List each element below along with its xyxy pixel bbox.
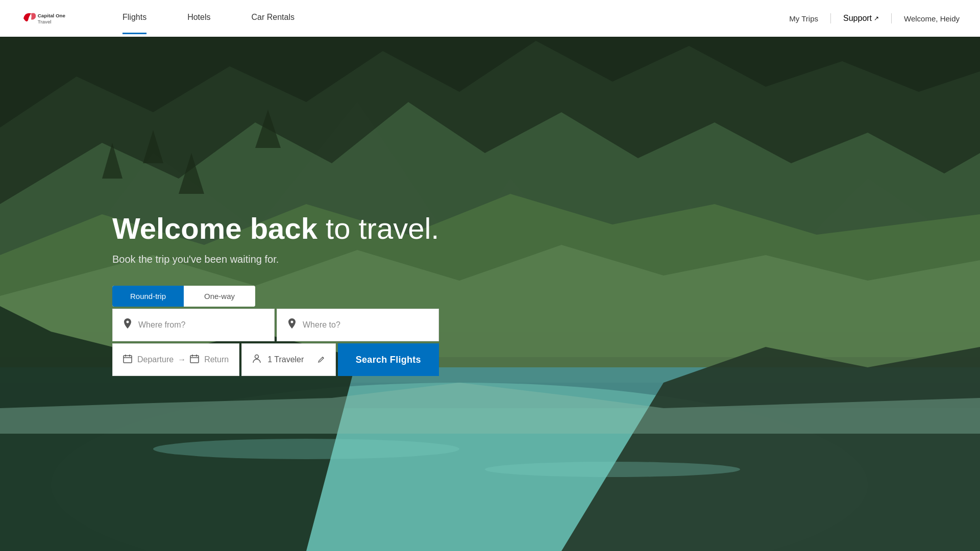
hero-title-rest: to travel.: [317, 212, 439, 245]
return-calendar-icon: [190, 354, 199, 365]
one-way-button[interactable]: One-way: [184, 286, 255, 307]
edit-icon: [318, 356, 325, 364]
location-from-icon: [123, 318, 132, 332]
hero-content: Welcome back to travel. Book the trip yo…: [0, 37, 980, 551]
hero-title: Welcome back to travel.: [112, 212, 980, 246]
where-from-input[interactable]: [138, 320, 264, 330]
travelers-label: 1 Traveler: [267, 355, 311, 364]
logo[interactable]: Capital One Travel: [20, 6, 82, 31]
return-label: Return: [204, 355, 229, 364]
search-form: Departure → Return: [112, 309, 439, 376]
header-divider: [830, 13, 831, 23]
round-trip-button[interactable]: Round-trip: [112, 286, 184, 307]
location-row: [112, 309, 439, 341]
nav-flights[interactable]: Flights: [122, 13, 146, 24]
support-icon: ↗: [874, 15, 879, 22]
trip-type-selector: Round-trip One-way: [112, 286, 255, 307]
svg-point-29: [255, 355, 259, 359]
where-from-group[interactable]: [112, 309, 275, 341]
travelers-group[interactable]: 1 Traveler: [241, 343, 335, 376]
hero-background: Capital One Travel Flights Hotels Car Re…: [0, 0, 980, 551]
dates-travelers-row: Departure → Return: [112, 343, 439, 376]
header: Capital One Travel Flights Hotels Car Re…: [0, 0, 980, 37]
svg-rect-21: [124, 356, 132, 363]
welcome-label: Welcome, Heidy: [904, 14, 960, 23]
traveler-person-icon: [252, 354, 261, 365]
date-arrow-icon: →: [178, 355, 186, 364]
main-nav: Flights Hotels Car Rentals: [122, 13, 789, 24]
nav-car-rentals[interactable]: Car Rentals: [251, 13, 294, 24]
header-right: My Trips Support ↗ Welcome, Heidy: [789, 13, 960, 23]
support-link[interactable]: Support ↗: [843, 14, 879, 23]
where-to-group[interactable]: [277, 309, 439, 341]
svg-text:Travel: Travel: [38, 19, 52, 24]
departure-calendar-icon: [123, 354, 132, 365]
location-to-icon: [287, 318, 297, 332]
svg-text:Capital One: Capital One: [38, 13, 66, 18]
where-to-input[interactable]: [303, 320, 428, 330]
svg-rect-25: [190, 356, 199, 363]
dates-group[interactable]: Departure → Return: [112, 343, 239, 376]
departure-label: Departure: [137, 355, 174, 364]
my-trips-link[interactable]: My Trips: [789, 14, 818, 23]
departure-field[interactable]: Departure: [123, 354, 174, 365]
support-label: Support: [843, 14, 872, 23]
header-divider2: [891, 13, 892, 23]
search-flights-button[interactable]: Search Flights: [338, 343, 439, 376]
hero-subtitle: Book the trip you've been waiting for.: [112, 254, 980, 265]
hero-title-bold: Welcome back: [112, 212, 317, 245]
return-field[interactable]: Return: [190, 354, 229, 365]
nav-hotels[interactable]: Hotels: [187, 13, 210, 24]
